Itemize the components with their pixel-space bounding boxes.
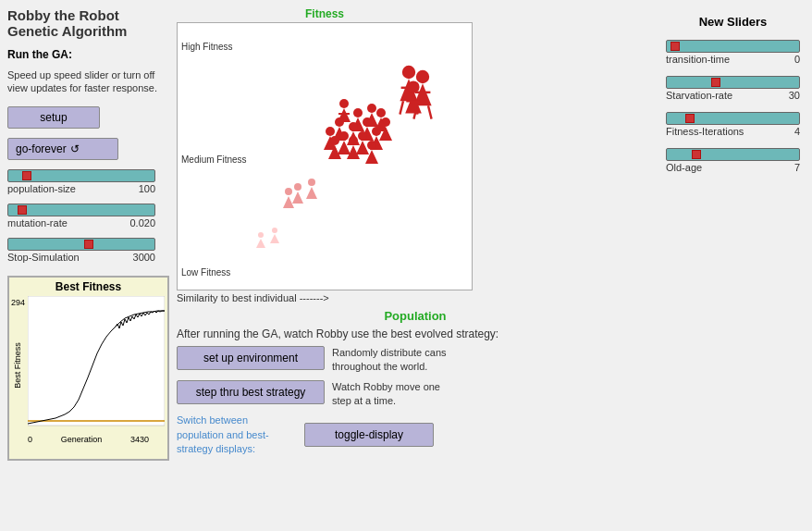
old-age-track[interactable] [666,148,800,161]
run-label: Run the GA: [7,48,169,61]
transition-time-label: transition-time [666,54,730,65]
toggle-desc: Switch between population and best-strat… [177,414,297,456]
fitness-label: Fitness [177,7,473,20]
population-size-label: population-size [7,183,76,194]
population-label: Population [177,309,654,323]
starvation-rate-slider-container: Starvation-rate 30 [666,76,800,101]
svg-point-38 [416,70,429,83]
transition-time-value: 0 [794,54,800,65]
refresh-icon: ↺ [70,142,80,155]
hint-text: Speed up speed slider or turn off view u… [7,68,169,95]
svg-point-31 [367,141,376,150]
fitness-iterations-value: 4 [794,126,800,137]
svg-point-52 [258,232,264,238]
svg-point-25 [376,108,386,117]
population-size-value: 100 [139,183,155,194]
chart-svg [28,296,165,433]
svg-point-5 [353,108,363,117]
new-sliders-title: New Sliders [699,15,768,29]
fitness-iterations-thumb[interactable] [685,114,695,123]
transition-time-thumb[interactable] [671,42,680,51]
fitness-iterations-slider-container: Fitness-Iterations 4 [666,112,800,137]
viz-box: High Fitness Medium Fitness Low Fitness … [177,22,473,290]
setup-env-button[interactable]: set up environment [177,346,325,370]
svg-point-9 [349,122,358,131]
svg-point-23 [367,104,376,113]
mutation-rate-slider-container: mutation-rate 0.020 [7,204,169,228]
svg-point-43 [407,80,419,93]
chart-y-max: 294 [11,298,25,307]
mutation-rate-value: 0.020 [129,217,155,228]
old-age-label: Old-age [666,162,702,173]
step-thru-button[interactable]: step thru best strategy [177,380,325,404]
transition-time-slider-container: transition-time 0 [666,40,800,65]
app-title: Robby the Robot Genetic Algorithm [7,7,169,39]
population-size-thumb[interactable] [22,171,31,180]
svg-point-11 [335,117,344,127]
chart-x-min: 0 [28,435,32,444]
population-svg: .fig { fill: #cc2222; } .fig-light { fil… [224,37,464,282]
old-age-thumb[interactable] [692,150,701,159]
svg-point-48 [308,179,315,186]
svg-point-33 [402,66,415,79]
svg-point-2 [339,99,349,108]
stop-simulation-track[interactable] [7,238,155,251]
svg-line-36 [400,101,403,114]
setup-env-desc: Randomly distribute cans throughout the … [332,346,452,375]
chart-x-label-row: 0 Generation 3430 [9,435,167,444]
svg-marker-51 [283,196,294,208]
mutation-rate-label: mutation-rate [7,217,68,228]
stop-simulation-slider-container: Stop-Simulation 3000 [7,238,169,263]
starvation-rate-thumb[interactable] [711,78,720,87]
svg-marker-55 [270,234,279,243]
svg-point-54 [272,228,277,233]
go-forever-button[interactable]: go-forever ↺ [7,138,118,160]
go-forever-label: go-forever [16,142,67,155]
svg-marker-49 [306,187,317,199]
svg-line-42 [428,105,432,118]
starvation-rate-track[interactable] [666,76,800,89]
fitness-iterations-track[interactable] [666,112,800,125]
chart-x-max: 3430 [130,435,149,444]
fitness-iterations-label: Fitness-Iterations [666,126,744,137]
after-text: After running the GA, watch Robby use th… [177,327,654,342]
chart-x-title: Generation [61,435,103,444]
stop-simulation-label: Stop-Simulation [7,252,80,263]
setup-button[interactable]: setup [7,106,100,129]
svg-point-29 [330,136,339,145]
mutation-rate-track[interactable] [7,204,155,216]
stop-simulation-value: 3000 [133,252,155,263]
svg-point-17 [358,131,367,141]
svg-marker-47 [292,191,303,204]
population-size-slider-container: population-size 100 [7,169,169,194]
stop-simulation-thumb[interactable] [84,240,93,249]
old-age-slider-container: Old-age 7 [666,148,800,173]
chart-title: Best Fitness [9,278,167,296]
population-size-track[interactable] [7,169,155,182]
chart-y-label: Best Fitness [13,342,22,389]
svg-point-13 [326,127,335,136]
mutation-rate-thumb[interactable] [18,205,27,215]
svg-marker-53 [256,239,265,248]
starvation-rate-label: Starvation-rate [666,90,732,101]
similarity-label: Similarity to best individual -------> [177,292,473,303]
starvation-rate-value: 30 [789,90,800,101]
svg-point-15 [339,131,349,141]
step-thru-desc: Watch Robby move one step at a time. [332,380,452,409]
svg-point-50 [285,188,292,195]
transition-time-track[interactable] [666,40,800,53]
best-fitness-chart: Best Fitness 294 Best Fitness 0 Generati… [7,276,169,461]
svg-point-27 [349,136,358,145]
old-age-value: 7 [794,162,800,173]
svg-point-46 [294,183,301,191]
toggle-display-button[interactable]: toggle-display [304,423,434,447]
svg-rect-0 [28,296,165,426]
